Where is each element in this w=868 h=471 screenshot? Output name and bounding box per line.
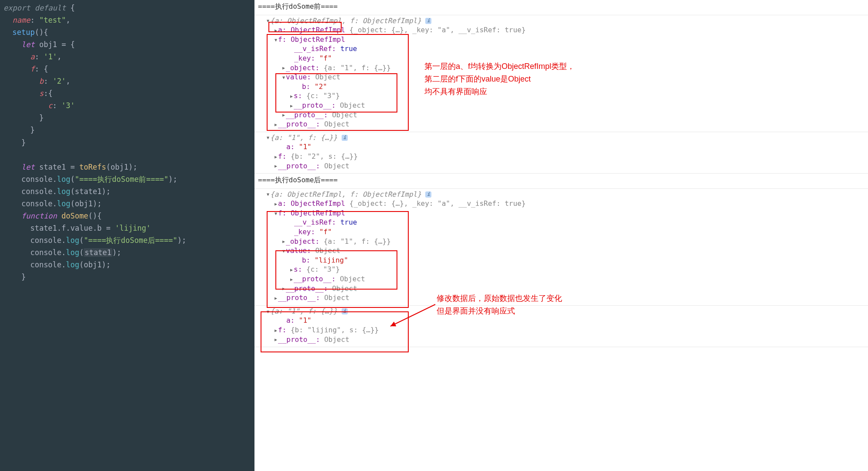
object-value: "2" — [315, 82, 327, 91]
object-summary: {a: ObjectRefImpl, f: ObjectRefImpl} — [270, 190, 421, 198]
object-property: __proto__: — [286, 284, 332, 293]
annotation-text: 修改数据后，原始数据也发生了变化 但是界面并没有响应式 — [437, 292, 562, 317]
code-string: "====执行doSome前====" — [75, 175, 169, 184]
code-method: log — [57, 199, 71, 208]
expand-toggle-icon[interactable] — [274, 163, 278, 169]
info-icon[interactable]: i — [425, 18, 431, 24]
info-icon[interactable]: i — [425, 191, 431, 198]
code-method: log — [66, 236, 79, 245]
object-property: a: ObjectRefImpl — [278, 26, 345, 34]
expand-toggle-icon[interactable] — [274, 27, 278, 34]
console-log-entry[interactable]: {a: ObjectRefImpl, f: ObjectRefImpl} i a… — [254, 189, 868, 306]
code-object: console — [21, 187, 53, 196]
object-value: Object — [324, 162, 349, 170]
expand-toggle-icon[interactable] — [274, 211, 278, 217]
code-function-call: toRefs — [79, 163, 106, 171]
object-value: Object — [340, 275, 365, 283]
object-value: "lijing" — [315, 256, 348, 264]
object-summary: {a: "1", f: {…}} — [270, 307, 337, 315]
expand-toggle-icon[interactable] — [281, 248, 286, 254]
object-property: __proto__: — [286, 111, 332, 119]
annotation-line: 第一层的a、f均转换为ObjectRefImpl类型， — [424, 60, 575, 73]
code-keyword: function — [21, 212, 57, 220]
object-value: {a: "1", f: {…}} — [324, 237, 391, 246]
expand-toggle-icon[interactable] — [281, 112, 286, 118]
code-object: console — [21, 175, 53, 184]
object-summary: {a: ObjectRefImpl, f: ObjectRefImpl} — [270, 17, 421, 25]
annotation-line: 但是界面并没有响应式 — [437, 305, 562, 317]
object-value: Object — [315, 246, 340, 255]
object-property: __proto__: — [294, 101, 340, 109]
object-property: f: ObjectRefImpl — [278, 35, 345, 44]
expand-toggle-icon[interactable] — [266, 135, 270, 141]
expand-toggle-icon[interactable] — [289, 267, 294, 273]
expand-toggle-icon[interactable] — [274, 328, 278, 334]
console-log-entry[interactable]: ====执行doSome前==== — [254, 0, 868, 15]
code-var: obj1 — [111, 163, 129, 171]
object-property: __proto__: — [278, 335, 324, 344]
object-property: __proto__: — [294, 275, 340, 283]
object-value: true — [340, 44, 357, 53]
expand-toggle-icon[interactable] — [274, 122, 278, 128]
expand-toggle-icon[interactable] — [274, 37, 278, 43]
object-value: {b: "lijing", s: {…}} — [291, 326, 379, 334]
code-function-name: doSome — [61, 212, 88, 220]
object-property: s: — [294, 92, 306, 100]
info-icon[interactable]: i — [342, 308, 348, 314]
expand-toggle-icon[interactable] — [274, 295, 278, 301]
object-property: s: — [294, 265, 306, 273]
object-property: f: ObjectRefImpl — [278, 209, 345, 217]
console-log-text: ====执行doSome前==== — [258, 1, 868, 12]
object-value: Object — [332, 284, 357, 293]
object-value: {b: "2", s: {…}} — [291, 152, 358, 160]
object-value: {_object: {…}, _key: "a", __v_isRef: tru… — [345, 26, 526, 34]
console-log-entry[interactable]: {a: "1", f: {…}} i a: "1" f: {b: "2", s:… — [254, 132, 868, 174]
expand-toggle-icon[interactable] — [281, 286, 286, 292]
code-lhs: state1.f.value.b — [30, 224, 102, 232]
expand-toggle-icon[interactable] — [274, 154, 278, 160]
code-string: '1' — [44, 52, 57, 61]
object-property: __proto__: — [278, 162, 324, 170]
code-object: console — [30, 248, 61, 257]
expand-toggle-icon[interactable] — [289, 276, 294, 283]
expand-toggle-icon[interactable] — [266, 191, 270, 198]
code-method: setup — [12, 28, 34, 37]
code-string: '3' — [61, 101, 75, 110]
object-value: Object — [332, 111, 357, 119]
code-object: console — [30, 260, 61, 269]
code-string: "test" — [39, 16, 66, 24]
object-property: __v_isRef: — [294, 44, 340, 53]
code-property: c — [48, 101, 52, 110]
code-token: export default — [3, 3, 66, 12]
object-value: "f" — [319, 228, 332, 236]
expand-toggle-icon[interactable] — [281, 239, 286, 245]
object-property: _key: — [294, 54, 319, 62]
object-property: value: — [286, 73, 315, 81]
code-var: state1 — [39, 163, 66, 171]
expand-toggle-icon[interactable] — [266, 18, 270, 24]
object-value: Object — [324, 335, 349, 344]
object-property: _object: — [286, 237, 324, 246]
object-value: true — [340, 218, 357, 226]
object-property: _key: — [294, 228, 319, 236]
object-value: {c: "3"} — [306, 92, 340, 100]
expand-toggle-icon[interactable] — [281, 75, 286, 81]
code-property: f — [30, 65, 34, 73]
code-method: log — [57, 187, 71, 196]
console-log-entry[interactable]: ====执行doSome后==== — [254, 174, 868, 189]
object-property: a: — [286, 143, 299, 151]
expand-toggle-icon[interactable] — [289, 103, 294, 109]
expand-toggle-icon[interactable] — [281, 65, 286, 71]
expand-toggle-icon[interactable] — [274, 337, 278, 343]
object-property: __proto__: — [278, 294, 324, 302]
object-property: __proto__: — [278, 120, 324, 128]
info-icon[interactable]: i — [342, 135, 348, 141]
expand-toggle-icon[interactable] — [274, 201, 278, 207]
object-value: "1" — [299, 316, 312, 324]
annotation-line: 均不具有界面响应 — [424, 85, 575, 98]
object-value: Object — [340, 101, 365, 109]
expand-toggle-icon[interactable] — [289, 93, 294, 99]
expand-toggle-icon[interactable] — [266, 309, 270, 315]
object-property: b: — [302, 256, 315, 264]
console-log-text: ====执行doSome后==== — [258, 174, 868, 186]
